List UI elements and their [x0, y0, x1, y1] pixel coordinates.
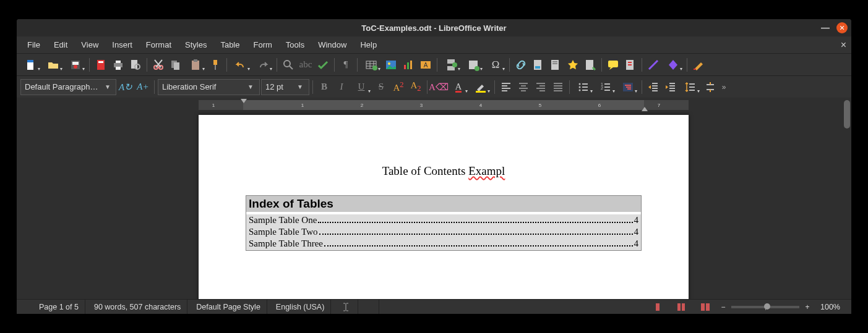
line-spacing-button[interactable]: [680, 79, 701, 95]
zoom-slider[interactable]: − +: [719, 303, 812, 311]
update-style-button[interactable]: A↻: [118, 79, 134, 95]
align-right-button[interactable]: [533, 79, 549, 95]
insert-table-button[interactable]: [361, 57, 382, 73]
insert-endnote-button[interactable]: [548, 57, 564, 73]
toc-entry[interactable]: Sample Table One 4: [249, 214, 638, 226]
save-button[interactable]: [65, 57, 86, 73]
open-button[interactable]: [43, 57, 64, 73]
numbered-list-button[interactable]: 12: [595, 79, 616, 95]
scrollbar-thumb[interactable]: [844, 100, 850, 129]
undo-button[interactable]: [230, 57, 251, 73]
align-justify-button[interactable]: [550, 79, 566, 95]
insert-page-break-button[interactable]: [440, 57, 462, 73]
highlight-color-button[interactable]: [470, 79, 491, 95]
cut-button[interactable]: [150, 57, 166, 73]
print-button[interactable]: [110, 57, 126, 73]
show-draw-functions-button[interactable]: [690, 57, 707, 73]
index-of-tables-frame[interactable]: Index of Tables Sample Table One 4 Sampl…: [246, 195, 642, 251]
spellcheck-button[interactable]: abc: [298, 57, 314, 73]
copy-button[interactable]: [168, 57, 184, 73]
document-page[interactable]: Table of Contents Exampl Index of Tables…: [199, 115, 689, 299]
clone-formatting-button[interactable]: [207, 57, 223, 73]
insert-hyperlink-button[interactable]: [513, 57, 529, 73]
redo-button[interactable]: [252, 57, 273, 73]
subscript-button[interactable]: A2: [408, 79, 424, 95]
zoom-in-button[interactable]: +: [803, 303, 812, 311]
new-style-button[interactable]: A+: [135, 79, 151, 95]
chevron-down-icon[interactable]: ▼: [246, 83, 256, 90]
increase-indent-button[interactable]: [645, 79, 661, 95]
insert-image-button[interactable]: [383, 57, 399, 73]
insert-field-button[interactable]: [463, 57, 484, 73]
status-selection-mode[interactable]: [361, 300, 379, 314]
chevron-down-icon[interactable]: ▼: [295, 83, 305, 90]
font-color-button[interactable]: A: [448, 79, 469, 95]
insert-line-button[interactable]: [645, 57, 661, 73]
status-zoom-value[interactable]: 100%: [814, 300, 846, 314]
new-document-button[interactable]: [20, 57, 41, 73]
horizontal-ruler[interactable]: 1 1 2 3 4 5 6 7: [199, 100, 689, 110]
align-left-button[interactable]: [498, 79, 514, 95]
menu-insert[interactable]: Insert: [105, 38, 139, 52]
menu-form[interactable]: Form: [246, 38, 278, 52]
superscript-button[interactable]: A2: [390, 79, 406, 95]
insert-special-char-button[interactable]: Ω: [485, 57, 506, 73]
status-insert-mode[interactable]: [333, 300, 358, 314]
vertical-scrollbar[interactable]: [844, 100, 850, 297]
strikethrough-button[interactable]: S: [373, 79, 389, 95]
toc-entry[interactable]: Sample Table Two 4: [249, 226, 638, 238]
formatting-marks-button[interactable]: ¶: [338, 57, 354, 73]
menu-help[interactable]: Help: [353, 38, 384, 52]
insert-cross-ref-button[interactable]: [582, 57, 598, 73]
chevron-down-icon[interactable]: ▼: [103, 83, 112, 90]
paragraph-style-combo[interactable]: Default Paragraph Style ▼: [20, 79, 116, 95]
bold-button[interactable]: B: [316, 79, 332, 95]
status-view-book[interactable]: [694, 300, 716, 314]
menu-tools[interactable]: Tools: [279, 38, 311, 52]
outline-list-button[interactable]: [617, 79, 638, 95]
insert-comment-button[interactable]: [605, 57, 621, 73]
find-replace-button[interactable]: [280, 57, 296, 73]
spellcheck-auto-button[interactable]: [315, 57, 331, 73]
zoom-knob[interactable]: [764, 303, 770, 310]
underline-button[interactable]: U: [351, 79, 372, 95]
menu-edit[interactable]: Edit: [47, 38, 74, 52]
decrease-indent-button[interactable]: [663, 79, 679, 95]
status-page[interactable]: Page 1 of 5: [33, 300, 85, 314]
track-changes-button[interactable]: [622, 57, 638, 73]
insert-text-box-button[interactable]: A: [418, 57, 434, 73]
toolbar-overflow-button[interactable]: »: [720, 79, 728, 95]
status-view-single-page[interactable]: [647, 300, 668, 314]
toc-entry[interactable]: Sample Table Three 4: [249, 238, 638, 250]
window-close-button[interactable]: ✕: [836, 22, 848, 33]
font-name-combo[interactable]: Liberation Serif ▼: [158, 79, 260, 95]
status-view-multi-page[interactable]: [671, 300, 692, 314]
increase-para-spacing-button[interactable]: [702, 79, 718, 95]
zoom-out-button[interactable]: −: [719, 303, 728, 311]
document-title[interactable]: Table of Contents Exampl: [246, 164, 642, 178]
zoom-track[interactable]: [731, 306, 799, 308]
status-language[interactable]: English (USA): [270, 300, 332, 314]
paste-button[interactable]: [185, 57, 206, 73]
menu-table[interactable]: Table: [213, 38, 246, 52]
insert-chart-button[interactable]: [400, 57, 416, 73]
status-wordcount[interactable]: 90 words, 507 characters: [88, 300, 187, 314]
insert-bookmark-button[interactable]: [565, 57, 581, 73]
menu-view[interactable]: View: [74, 38, 105, 52]
menu-file[interactable]: File: [20, 38, 47, 52]
print-preview-button[interactable]: [127, 57, 144, 73]
insert-footnote-button[interactable]: [530, 57, 546, 73]
menu-format[interactable]: Format: [139, 38, 178, 52]
align-center-button[interactable]: [515, 79, 531, 95]
export-pdf-button[interactable]: [93, 57, 109, 73]
status-page-style[interactable]: Default Page Style: [190, 300, 267, 314]
bullet-list-button[interactable]: [573, 79, 594, 95]
menu-window[interactable]: Window: [311, 38, 353, 52]
font-size-combo[interactable]: 12 pt ▼: [261, 79, 309, 95]
window-minimize-button[interactable]: ―: [820, 23, 830, 33]
close-document-button[interactable]: ×: [841, 40, 846, 51]
basic-shapes-button[interactable]: [663, 57, 684, 73]
clear-formatting-button[interactable]: A⌫: [431, 79, 447, 95]
document-modified-icon[interactable]: [22, 303, 30, 311]
menu-styles[interactable]: Styles: [178, 38, 213, 52]
